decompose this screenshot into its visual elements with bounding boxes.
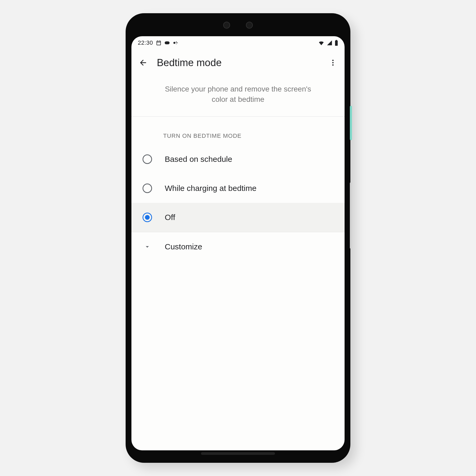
arrow-back-icon [139, 58, 148, 67]
status-bar: 22:30 [131, 36, 345, 49]
svg-point-3 [176, 43, 177, 44]
page-title: Bedtime mode [157, 57, 319, 68]
radio-inner-dot [145, 215, 150, 220]
overflow-menu-button[interactable] [328, 57, 338, 68]
radio-label: Based on schedule [165, 155, 232, 164]
svg-point-4 [177, 43, 178, 43]
status-bar-left: 22:30 [138, 39, 178, 46]
front-sensor-icon [246, 22, 253, 29]
radio-icon [143, 154, 152, 164]
phone-top-sensors [223, 22, 253, 29]
svg-rect-0 [164, 42, 169, 44]
radio-label: While charging at bedtime [165, 184, 257, 193]
back-button[interactable] [138, 57, 148, 68]
section-header: TURN ON BEDTIME MODE [131, 117, 345, 145]
radio-option-charging[interactable]: While charging at bedtime [131, 174, 345, 203]
customize-label: Customize [165, 242, 202, 251]
svg-point-2 [176, 42, 177, 43]
radio-label: Off [165, 213, 175, 222]
calendar-icon [156, 40, 162, 46]
customize-row[interactable]: Customize [131, 232, 345, 261]
phone-frame: 22:30 [126, 13, 350, 463]
cellular-icon [327, 40, 332, 46]
svg-point-7 [332, 60, 334, 61]
radio-option-schedule[interactable]: Based on schedule [131, 145, 345, 174]
svg-point-8 [332, 62, 334, 63]
screen: 22:30 [131, 36, 345, 450]
assistant-icon [173, 40, 178, 46]
svg-rect-6 [336, 40, 337, 41]
more-vert-icon [329, 59, 337, 67]
svg-point-9 [332, 64, 334, 66]
svg-point-1 [173, 42, 175, 44]
wifi-icon [318, 40, 324, 46]
battery-icon [335, 40, 338, 46]
phone-bottom-speaker [201, 452, 275, 455]
radio-icon-selected [143, 213, 152, 222]
status-time: 22:30 [138, 39, 153, 46]
app-bar: Bedtime mode [131, 49, 345, 76]
chevron-down-icon [144, 243, 151, 250]
status-bar-right [318, 40, 338, 46]
phone-power-button [350, 106, 352, 140]
mask-icon [164, 40, 170, 46]
svg-rect-5 [335, 40, 338, 46]
front-camera-icon [223, 22, 230, 29]
radio-option-off[interactable]: Off [131, 203, 345, 232]
phone-volume-button [350, 182, 351, 249]
page-description: Silence your phone and remove the screen… [131, 76, 345, 116]
radio-icon [143, 184, 152, 193]
